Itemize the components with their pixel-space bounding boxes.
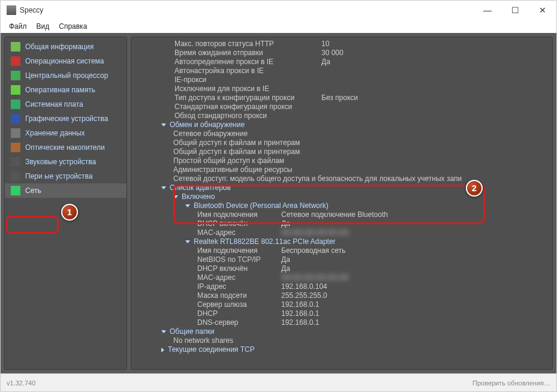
- heading-tcp[interactable]: Текущие соединения TCP: [134, 345, 552, 354]
- heading-label: Включено: [182, 192, 215, 201]
- sidebar-item-os[interactable]: Операционная система: [5, 54, 127, 68]
- row-value: 192.168.0.1: [281, 300, 319, 309]
- row-key: DNS-сервер: [197, 318, 281, 327]
- sidebar-item-network[interactable]: Сеть: [5, 183, 127, 198]
- graphics-icon: [11, 114, 20, 123]
- data-row: Простой общий доступ к файлам: [134, 156, 552, 165]
- row-key: Простой общий доступ к файлам: [173, 156, 320, 165]
- heading-shared[interactable]: Общие папки: [134, 327, 552, 336]
- sidebar-item-label: Оперативная память: [25, 86, 95, 94]
- row-key: Время ожидания отправки: [174, 49, 321, 58]
- row-key: DHCP: [197, 309, 281, 318]
- row-value: 192.168.0.1: [281, 309, 319, 318]
- menu-file[interactable]: Файл: [5, 21, 31, 32]
- row-value: Беспроводная сеть: [281, 246, 345, 255]
- app-window: Speccy — ☐ ✕ Файл Вид Справка Общая инфо…: [0, 0, 557, 392]
- heading-label: Текущие соединения TCP: [168, 345, 255, 354]
- data-row: MAC-адресXX:XX:XX:XX:XX:XX: [134, 273, 552, 282]
- data-row: DNS-сервер192.168.0.1: [134, 318, 552, 327]
- optical-icon: [11, 143, 20, 152]
- row-value: 30 000: [321, 49, 344, 58]
- sidebar-item-label: Сеть: [25, 186, 41, 195]
- heading-label: Список адаптеров: [170, 183, 231, 192]
- heading-wifi-adapter[interactable]: Realtek RTL8822BE 802.11ac PCIe Adapter: [134, 237, 552, 246]
- data-row: Обход стандартного прокси: [134, 111, 552, 120]
- sidebar: Общая информация Операционная система Це…: [4, 37, 127, 370]
- minimize-button[interactable]: —: [474, 1, 501, 20]
- sidebar-item-label: Системная плата: [25, 100, 83, 108]
- caret-down-icon: [161, 330, 166, 333]
- row-value: 255.255.255.0: [281, 291, 327, 300]
- data-row: Общий доступ к файлам и принтерам: [134, 147, 552, 156]
- data-row: DHCP192.168.0.1: [134, 309, 552, 318]
- heading-label: Realtek RTL8822BE 802.11ac PCIe Adapter: [194, 237, 336, 246]
- close-button[interactable]: ✕: [529, 1, 556, 20]
- menu-help[interactable]: Справка: [55, 21, 91, 32]
- data-row: Сетевой доступ: модель общего доступа и …: [134, 174, 552, 183]
- callout-label: 2: [472, 183, 477, 193]
- sidebar-item-optical[interactable]: Оптические накопители: [5, 140, 127, 155]
- sidebar-item-ram[interactable]: Оперативная память: [5, 83, 127, 97]
- row-value: 10: [321, 40, 329, 49]
- row-key: Административные общие ресурсы: [173, 165, 320, 174]
- maximize-button[interactable]: ☐: [501, 1, 529, 20]
- heading-bluetooth-adapter[interactable]: Bluetooth Device (Personal Area Network): [134, 201, 552, 210]
- data-row: NetBIOS по TCP/IPДа: [134, 255, 552, 264]
- highlight-network: [6, 216, 59, 234]
- sidebar-item-summary[interactable]: Общая информация: [5, 40, 127, 54]
- menu-view[interactable]: Вид: [33, 21, 53, 32]
- data-row: Имя подключенияСетевое подключение Bluet…: [134, 210, 552, 219]
- caret-right-icon: [161, 348, 164, 352]
- content-scroll[interactable]: Макс. повторов статуса HTTP10Время ожида…: [131, 37, 552, 369]
- sidebar-item-peripherals[interactable]: Пери ые устройства: [5, 169, 127, 183]
- data-row: Сервер шлюза192.168.0.1: [134, 300, 552, 309]
- caret-down-icon: [161, 123, 166, 126]
- sidebar-item-label: Звуковые устройства: [25, 158, 96, 166]
- data-row: Время ожидания отправки30 000: [134, 49, 552, 58]
- sidebar-item-cpu[interactable]: Центральный процессор: [5, 68, 127, 83]
- sidebar-item-graphics[interactable]: Графические устройства: [5, 111, 127, 126]
- data-row: Автоопределение прокси в IEДа: [134, 58, 552, 67]
- sidebar-item-label: Графические устройства: [25, 114, 108, 123]
- data-row: Сетевое обнаружение: [134, 129, 552, 138]
- row-key: Маска подсети: [197, 291, 281, 300]
- row-key: IE-прокси: [174, 76, 321, 85]
- sidebar-item-audio[interactable]: Звуковые устройства: [5, 155, 127, 169]
- row-key: Автонастройка прокси в IE: [174, 67, 321, 76]
- row-key: Сетевой доступ: модель общего доступа и …: [173, 174, 320, 183]
- row-value: Да: [281, 264, 290, 273]
- callout-1: 1: [61, 204, 78, 221]
- main-area: Общая информация Операционная система Це…: [1, 33, 556, 373]
- heading-adapters[interactable]: Список адаптеров: [134, 183, 552, 192]
- data-row: Стандартная конфигурация прокси: [134, 102, 552, 111]
- data-row: Маска подсети255.255.255.0: [134, 291, 552, 300]
- no-shares-text: No network shares: [173, 336, 233, 345]
- caret-down-icon: [161, 186, 166, 189]
- row-key: Автоопределение прокси в IE: [174, 58, 321, 67]
- caret-down-icon: [185, 240, 190, 243]
- os-icon: [11, 56, 20, 66]
- row-value: Да: [281, 219, 290, 228]
- data-row: Исключения для прокси в IE: [134, 85, 552, 94]
- heading-label: Bluetooth Device (Personal Area Network): [194, 201, 329, 210]
- row-value: Да: [281, 255, 290, 264]
- motherboard-icon: [11, 99, 20, 109]
- heading-exchange[interactable]: Обмен и обнаружение: [134, 120, 552, 129]
- window-controls: — ☐ ✕: [474, 1, 556, 20]
- sidebar-item-storage[interactable]: Хранение данных: [5, 126, 127, 140]
- row-key: Сервер шлюза: [197, 300, 281, 309]
- data-row: Тип доступа к конфигурации проксиБез про…: [134, 94, 552, 102]
- row-key: MAC-адрес: [197, 228, 281, 237]
- sidebar-item-label: Хранение данных: [25, 129, 85, 137]
- sidebar-item-label: Общая информация: [25, 43, 94, 51]
- row-key: IP-адрес: [197, 282, 281, 291]
- check-updates-link[interactable]: Проверить обновления…: [472, 379, 550, 387]
- heading-enabled[interactable]: Включено: [134, 192, 552, 201]
- row-value: 192.168.0.1: [281, 318, 319, 327]
- menubar: Файл Вид Справка: [1, 20, 556, 33]
- sidebar-item-motherboard[interactable]: Системная плата: [5, 97, 127, 111]
- callout-label: 1: [67, 207, 72, 217]
- sidebar-item-label: Операционная система: [25, 57, 104, 65]
- heading-label: Общие папки: [170, 327, 214, 336]
- data-row: MAC-адресXX:XX:XX:XX:XX:XX: [134, 228, 552, 237]
